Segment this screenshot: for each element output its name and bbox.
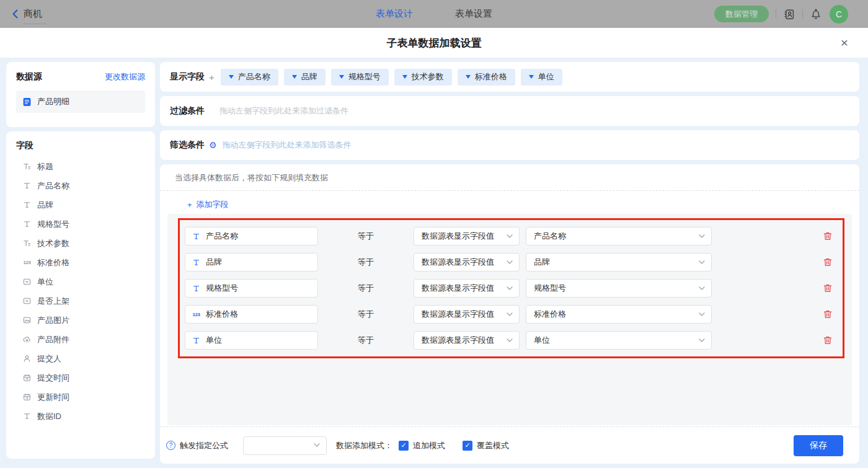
fields-list: 标题 产品名称 品牌 规格型号 技术参数 标准价格 — [16, 157, 145, 426]
filter-placeholder: 拖动左侧字段到此处来添加过滤条件 — [219, 105, 348, 117]
chevron-down-icon — [507, 286, 513, 291]
field-item-on-shelf[interactable]: 是否上架 — [16, 291, 145, 311]
display-tag-unit[interactable]: 单位 — [521, 69, 562, 86]
value-select[interactable]: 规格型号 — [526, 279, 712, 298]
filter-label: 过滤条件 — [170, 105, 205, 117]
caret-down-icon — [339, 75, 344, 79]
gear-icon[interactable] — [209, 140, 217, 150]
field-item-title[interactable]: 标题 — [16, 157, 145, 176]
avatar[interactable]: C — [830, 5, 848, 24]
rules-hint: 当选择具体数据后，将按如下规则填充数据 — [160, 164, 859, 183]
source-select[interactable]: 数据源表显示字段值 — [414, 331, 520, 350]
display-tag-standard-price[interactable]: 标准价格 — [458, 69, 515, 86]
field-item-standard-price[interactable]: 标准价格 — [16, 253, 145, 272]
chevron-down-icon — [699, 286, 705, 291]
source-select[interactable]: 数据源表显示字段值 — [414, 305, 520, 324]
field-item-product-image[interactable]: 产品图片 — [16, 311, 145, 330]
add-display-field-button[interactable]: + — [209, 72, 215, 82]
datasource-title: 数据源 — [16, 71, 42, 82]
data-manage-button[interactable]: 数据管理 — [714, 6, 769, 22]
screen-card: 筛选条件 拖动左侧字段到此处来添加筛选条件 — [160, 130, 859, 160]
chevron-down-icon — [314, 443, 320, 448]
operator-label: 等于 — [358, 257, 375, 268]
rule-row: 标准价格 等于 数据源表显示字段值 标准价格 — [180, 301, 843, 327]
field-item-data-id[interactable]: 数据ID — [16, 407, 145, 426]
modal-header: 子表单数据加载设置 × — [0, 28, 868, 58]
tab-form-design[interactable]: 表单设计 — [376, 8, 413, 20]
trash-icon[interactable] — [823, 257, 833, 267]
contacts-icon[interactable] — [783, 8, 795, 20]
datasource-item-label: 产品明细 — [37, 96, 69, 107]
source-select[interactable]: 数据源表显示字段值 — [414, 279, 520, 298]
display-tag-tech-params[interactable]: 技术参数 — [394, 69, 452, 86]
tab-form-settings[interactable]: 表单设置 — [455, 8, 492, 20]
field-item-tech-params[interactable]: 技术参数 — [16, 234, 145, 253]
field-item-submit-time[interactable]: 提交时间 — [16, 368, 145, 387]
value-select[interactable]: 标准价格 — [526, 305, 712, 324]
screen-label: 筛选条件 — [170, 139, 205, 151]
change-datasource-link[interactable]: 更改数据源 — [105, 71, 145, 82]
rule-row: 品牌 等于 数据源表显示字段值 品牌 — [180, 249, 843, 275]
multiline-text-icon — [22, 239, 32, 248]
chevron-down-icon — [507, 234, 513, 239]
field-item-product-name[interactable]: 产品名称 — [16, 176, 145, 195]
multiline-text-icon — [22, 162, 32, 171]
calendar-icon — [22, 373, 32, 382]
value-select[interactable]: 单位 — [526, 331, 712, 350]
operator-label: 等于 — [358, 283, 375, 294]
source-select[interactable]: 数据源表显示字段值 — [414, 227, 520, 245]
rule-field-box[interactable]: 产品名称 — [185, 227, 318, 245]
text-icon — [192, 258, 201, 267]
trash-icon[interactable] — [823, 283, 833, 293]
add-field-link[interactable]: + 添加字段 — [187, 199, 229, 210]
trash-icon[interactable] — [823, 335, 833, 345]
checkbox-overwrite-mode[interactable] — [463, 441, 472, 451]
overwrite-mode-label: 覆盖模式 — [477, 440, 509, 451]
field-item-unit[interactable]: 单位 — [16, 272, 145, 291]
bell-icon[interactable] — [810, 8, 822, 20]
datasource-item[interactable]: 产品明细 — [16, 91, 145, 113]
formula-select[interactable] — [243, 436, 327, 455]
close-icon[interactable]: × — [837, 35, 852, 50]
datasource-card: 数据源 更改数据源 产品明细 — [6, 62, 155, 127]
rule-field-box[interactable]: 品牌 — [185, 253, 318, 272]
operator-label: 等于 — [358, 335, 375, 346]
text-icon — [192, 232, 201, 241]
field-item-product-attachment[interactable]: 产品附件 — [16, 330, 145, 349]
text-icon — [22, 412, 32, 421]
rules-footer: 触发指定公式 数据添加模式： 追加模式 覆盖模式 保存 — [160, 427, 859, 464]
screen-drop-zone[interactable]: 拖动左侧字段到此处来添加筛选条件 — [217, 130, 849, 160]
number-icon — [22, 258, 32, 267]
display-tag-spec-model[interactable]: 规格型号 — [331, 69, 389, 86]
field-item-submitter[interactable]: 提交人 — [16, 349, 145, 368]
field-item-spec-model[interactable]: 规格型号 — [16, 214, 145, 234]
rule-field-box[interactable]: 单位 — [185, 331, 318, 350]
caret-down-icon — [529, 75, 534, 79]
divider — [776, 9, 776, 19]
add-mode-label: 数据添加模式： — [336, 440, 392, 451]
field-item-update-time[interactable]: 更新时间 — [16, 387, 145, 407]
filter-drop-zone[interactable]: 拖动左侧字段到此处来添加过滤条件 — [205, 96, 849, 126]
trash-icon[interactable] — [823, 309, 833, 319]
help-icon[interactable] — [166, 441, 175, 450]
text-icon — [22, 181, 32, 190]
annotation-red-box: 产品名称 等于 数据源表显示字段值 产品名称 品牌 等于 — [178, 218, 844, 358]
value-select[interactable]: 产品名称 — [526, 227, 712, 245]
trash-icon[interactable] — [823, 231, 833, 241]
text-icon — [22, 219, 32, 229]
display-fields-label: 显示字段 — [170, 71, 205, 82]
caret-down-icon — [292, 75, 297, 79]
fields-card: 字段 标题 产品名称 品牌 规格型号 技术参数 — [6, 131, 155, 459]
chevron-down-icon — [507, 260, 513, 265]
value-select[interactable]: 品牌 — [526, 253, 712, 272]
field-item-brand[interactable]: 品牌 — [16, 195, 145, 214]
source-select[interactable]: 数据源表显示字段值 — [414, 253, 520, 272]
checkbox-append-mode[interactable] — [399, 441, 409, 451]
rule-field-box[interactable]: 标准价格 — [185, 305, 318, 324]
rules-card: 当选择具体数据后，将按如下规则填充数据 + 添加字段 产品名称 等于 数据源表显… — [160, 164, 859, 464]
rule-field-box[interactable]: 规格型号 — [185, 279, 318, 298]
display-tag-product-name[interactable]: 产品名称 — [221, 69, 278, 86]
divider — [802, 9, 803, 19]
save-button[interactable]: 保存 — [794, 435, 843, 456]
display-tag-brand[interactable]: 品牌 — [284, 69, 326, 86]
